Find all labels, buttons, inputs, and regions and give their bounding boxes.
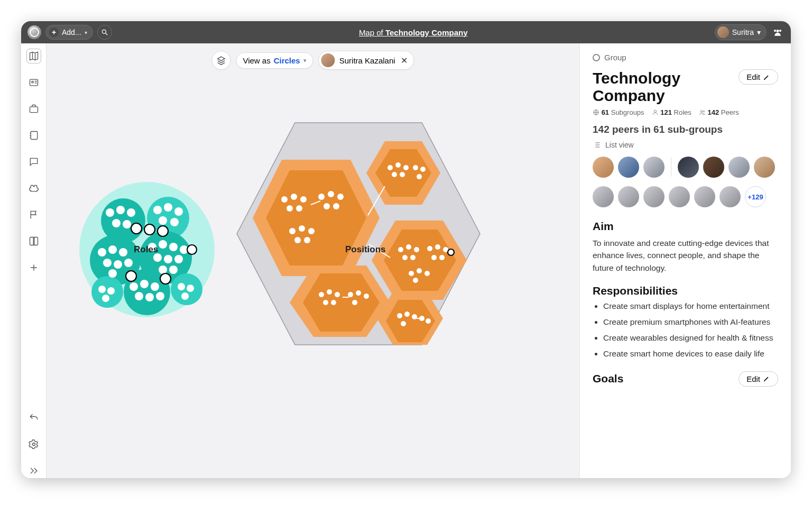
svg-point-13 bbox=[91, 276, 123, 308]
positions-cluster[interactable] bbox=[232, 112, 485, 355]
svg-point-74 bbox=[296, 205, 302, 212]
sidebar-notebook[interactable] bbox=[26, 128, 41, 143]
sidebar-briefcase[interactable] bbox=[26, 102, 41, 116]
svg-point-70 bbox=[281, 196, 288, 203]
page-title[interactable]: Map of Technology Company bbox=[116, 28, 710, 37]
svg-point-93 bbox=[398, 247, 403, 252]
sidebar-undo[interactable] bbox=[26, 410, 41, 425]
avatar[interactable] bbox=[719, 186, 741, 207]
svg-point-34 bbox=[169, 243, 178, 251]
user-menu[interactable]: Suritra ▾ bbox=[715, 24, 767, 40]
stats-row: 61 Subgroups 121 Roles 142 Peers bbox=[593, 108, 778, 116]
svg-point-107 bbox=[319, 292, 324, 297]
svg-point-78 bbox=[324, 203, 330, 209]
svg-point-99 bbox=[435, 244, 440, 250]
avatar[interactable] bbox=[694, 186, 715, 207]
sidebar-puzzle[interactable] bbox=[26, 181, 41, 196]
sidebar-flag[interactable] bbox=[26, 207, 41, 222]
layers-button[interactable] bbox=[211, 51, 230, 70]
avatar[interactable] bbox=[754, 157, 775, 178]
svg-point-44 bbox=[135, 292, 143, 300]
avatar[interactable] bbox=[618, 186, 639, 207]
svg-point-89 bbox=[400, 172, 405, 177]
sidebar bbox=[21, 43, 47, 478]
svg-point-98 bbox=[427, 246, 432, 251]
goals-title: Goals bbox=[593, 372, 623, 385]
svg-point-127 bbox=[448, 249, 454, 255]
svg-point-18 bbox=[112, 219, 121, 227]
avatar[interactable] bbox=[703, 157, 724, 178]
sidebar-book[interactable] bbox=[26, 234, 41, 249]
peer-avatars: +129 bbox=[593, 157, 778, 207]
view-as-selector[interactable]: View as Circles ▾ bbox=[236, 52, 313, 69]
avatar[interactable] bbox=[643, 157, 665, 178]
svg-point-37 bbox=[164, 255, 172, 263]
svg-point-83 bbox=[294, 237, 301, 243]
sidebar-add[interactable] bbox=[26, 260, 41, 275]
svg-point-109 bbox=[335, 292, 340, 297]
svg-point-103 bbox=[409, 271, 414, 276]
edit-goals-button[interactable]: Edit bbox=[739, 371, 778, 387]
canvas-controls: View as Circles ▾ Suritra Kazalani ✕ bbox=[211, 51, 414, 70]
people-button[interactable] bbox=[771, 25, 785, 39]
avatar[interactable] bbox=[618, 157, 639, 178]
svg-point-81 bbox=[299, 225, 305, 232]
avatar[interactable] bbox=[669, 186, 690, 207]
add-button[interactable]: + Add... ▾ bbox=[45, 25, 93, 40]
svg-point-53 bbox=[131, 223, 142, 234]
svg-point-110 bbox=[323, 300, 328, 305]
svg-point-96 bbox=[402, 255, 408, 260]
filter-person: Suritra Kazalani bbox=[339, 56, 395, 65]
sidebar-map[interactable] bbox=[26, 49, 41, 63]
peers-subhead: 142 peers in 61 sub-groups bbox=[593, 124, 778, 135]
svg-point-87 bbox=[403, 165, 409, 170]
topbar: + Add... ▾ Map of Technology Company Sur… bbox=[21, 21, 791, 43]
svg-point-39 bbox=[159, 266, 167, 274]
avatar[interactable] bbox=[728, 157, 750, 178]
more-avatars[interactable]: +129 bbox=[745, 186, 766, 207]
svg-point-71 bbox=[291, 194, 297, 200]
list-item: Create premium smartphones with AI-featu… bbox=[603, 317, 778, 327]
svg-point-28 bbox=[103, 259, 112, 267]
svg-point-29 bbox=[114, 260, 122, 269]
svg-point-112 bbox=[348, 292, 353, 297]
filter-chip: Suritra Kazalani ✕ bbox=[319, 51, 414, 70]
app-logo-icon[interactable] bbox=[27, 25, 41, 39]
svg-point-42 bbox=[140, 280, 149, 288]
canvas[interactable]: View as Circles ▾ Suritra Kazalani ✕ bbox=[47, 43, 579, 478]
avatar[interactable] bbox=[643, 186, 665, 207]
search-button[interactable] bbox=[97, 25, 112, 40]
sidebar-card[interactable] bbox=[26, 75, 41, 90]
svg-point-52 bbox=[181, 292, 189, 300]
sidebar-settings[interactable] bbox=[26, 437, 41, 452]
sidebar-chat[interactable] bbox=[26, 154, 41, 169]
svg-point-75 bbox=[318, 194, 325, 200]
svg-point-94 bbox=[406, 244, 411, 250]
svg-point-20 bbox=[153, 206, 162, 214]
list-item: Create wearables designed for health & f… bbox=[603, 333, 778, 343]
diagram: Roles bbox=[57, 96, 569, 468]
list-view-button[interactable]: List view bbox=[593, 141, 778, 149]
svg-rect-5 bbox=[31, 132, 37, 140]
circle-icon bbox=[593, 54, 600, 61]
edit-button[interactable]: Edit bbox=[739, 69, 778, 85]
avatar[interactable] bbox=[593, 186, 614, 207]
svg-line-1 bbox=[105, 33, 107, 35]
svg-point-80 bbox=[289, 228, 296, 234]
sidebar-collapse[interactable] bbox=[26, 463, 41, 478]
svg-point-101 bbox=[431, 255, 437, 260]
svg-point-38 bbox=[174, 255, 183, 263]
close-icon[interactable]: ✕ bbox=[400, 56, 409, 66]
roles-cluster[interactable] bbox=[78, 181, 216, 318]
svg-point-43 bbox=[151, 282, 159, 291]
avatar[interactable] bbox=[678, 157, 699, 178]
svg-point-36 bbox=[153, 253, 162, 262]
svg-point-6 bbox=[32, 443, 35, 446]
responsibilities-title: Responsibilities bbox=[593, 285, 778, 297]
avatar[interactable] bbox=[593, 157, 614, 178]
plus-icon: + bbox=[49, 28, 59, 37]
group-tag: Group bbox=[593, 53, 778, 62]
svg-point-24 bbox=[170, 218, 179, 226]
svg-point-104 bbox=[417, 268, 422, 273]
svg-point-33 bbox=[159, 240, 167, 249]
